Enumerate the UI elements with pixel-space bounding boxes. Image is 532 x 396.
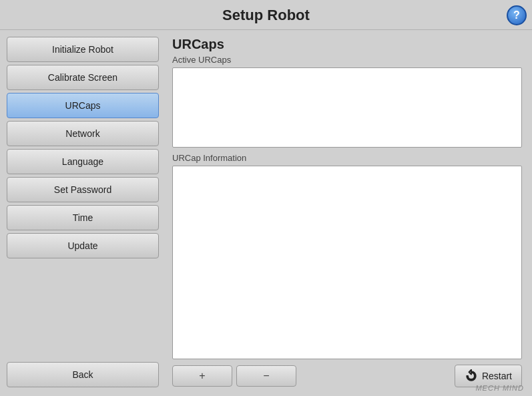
active-urcaps-list [172,67,522,148]
sidebar-item-initialize-robot[interactable]: Initialize Robot [7,37,159,62]
sidebar-item-time[interactable]: Time [7,205,159,230]
info-label: URCap Information [172,153,522,163]
content-title: URCaps [172,37,522,52]
active-urcaps-label: Active URCaps [172,55,522,65]
bottom-buttons: + − Restart [172,365,522,387]
page-title: Setup Robot [222,7,310,23]
main-layout: Initialize Robot Calibrate Screen URCaps… [0,30,532,394]
restart-label: Restart [482,371,512,381]
content-area: URCaps Active URCaps URCap Information +… [166,30,532,394]
sidebar: Initialize Robot Calibrate Screen URCaps… [0,30,166,394]
sidebar-item-network[interactable]: Network [7,121,159,146]
help-button[interactable]: ? [507,5,527,25]
restart-icon [465,369,478,383]
sidebar-item-update[interactable]: Update [7,233,159,258]
remove-urcap-button[interactable]: − [236,365,296,387]
back-button[interactable]: Back [7,362,159,387]
sidebar-item-set-password[interactable]: Set Password [7,177,159,202]
sidebar-spacer [7,261,159,354]
sidebar-item-urcaps[interactable]: URCaps [7,93,159,118]
sidebar-item-calibrate-screen[interactable]: Calibrate Screen [7,65,159,90]
sidebar-item-language[interactable]: Language [7,149,159,174]
header: Setup Robot ? [0,0,532,30]
add-urcap-button[interactable]: + [172,365,232,387]
urcap-info-box [172,166,522,359]
watermark: MECH MIND [475,384,524,392]
